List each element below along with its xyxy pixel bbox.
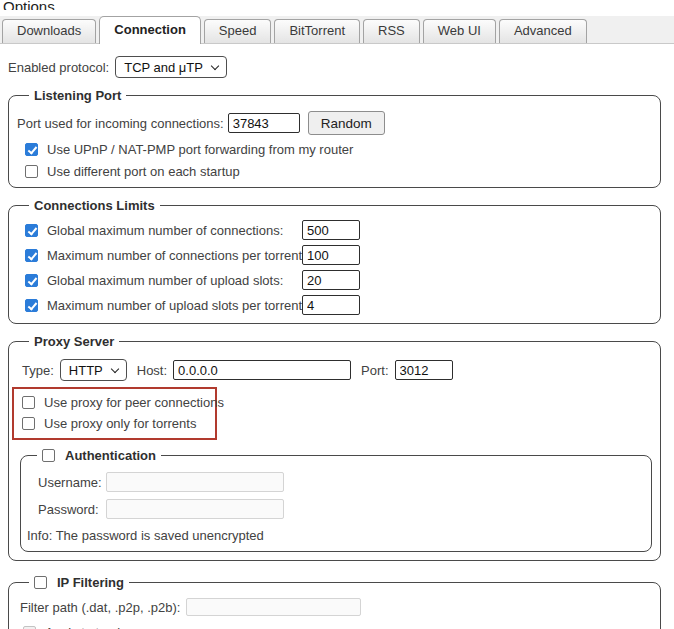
global-max-upload-slots-row: Global maximum number of upload slots: <box>25 270 652 290</box>
filter-path-input <box>186 598 361 616</box>
proxy-port-label: Port: <box>361 363 388 378</box>
filter-path-label: Filter path (.dat, .p2p, .p2b): <box>20 600 180 615</box>
different-port-checkbox[interactable] <box>25 165 38 178</box>
global-max-connections-input[interactable] <box>302 220 360 240</box>
ip-filtering-checkbox[interactable] <box>34 576 47 589</box>
proxy-host-label: Host: <box>137 363 167 378</box>
upnp-checkbox[interactable] <box>25 143 38 156</box>
connections-limits-section: Connections Limits Global maximum number… <box>8 198 661 324</box>
apply-to-trackers-row: Apply to trackers <box>23 625 652 629</box>
max-connections-per-torrent-row: Maximum number of connections per torren… <box>25 245 652 265</box>
incoming-port-label: Port used for incoming connections: <box>17 116 224 131</box>
password-info-text: Info: The password is saved unencrypted <box>27 528 643 543</box>
proxy-type-select[interactable]: HTTP <box>60 359 127 381</box>
proxy-server-section: Proxy Server Type: HTTP Host: Port: Use … <box>8 334 661 561</box>
username-input <box>106 472 284 492</box>
incoming-port-input[interactable] <box>228 113 300 133</box>
max-connections-per-torrent-label: Maximum number of connections per torren… <box>47 248 293 263</box>
incoming-port-row: Port used for incoming connections: Rand… <box>17 111 652 135</box>
tab-advanced[interactable]: Advanced <box>499 19 587 43</box>
ip-filtering-section: IP Filtering Filter path (.dat, .p2p, .p… <box>8 575 661 629</box>
listening-port-section: Listening Port Port used for incoming co… <box>8 88 661 188</box>
upnp-row: Use UPnP / NAT-PMP port forwarding from … <box>25 142 652 157</box>
proxy-only-torrents-checkbox[interactable] <box>22 417 35 430</box>
proxy-server-legend: Proxy Server <box>29 334 119 349</box>
global-max-upload-slots-input[interactable] <box>302 270 360 290</box>
tab-connection[interactable]: Connection <box>99 16 201 44</box>
proxy-type-value: HTTP <box>69 363 103 378</box>
password-input <box>106 499 284 519</box>
max-upload-slots-per-torrent-row: Maximum number of upload slots per torre… <box>25 295 652 315</box>
tab-bittorrent[interactable]: BitTorrent <box>274 19 360 43</box>
proxy-type-label: Type: <box>22 363 54 378</box>
enabled-protocol-row: Enabled protocol: TCP and μTP <box>8 56 666 78</box>
username-row: Username: <box>38 472 643 492</box>
proxy-peer-connections-label: Use proxy for peer connections <box>44 395 224 410</box>
tab-speed[interactable]: Speed <box>204 19 272 43</box>
proxy-only-torrents-row: Use proxy only for torrents <box>22 416 215 431</box>
max-connections-per-torrent-input[interactable] <box>302 245 360 265</box>
proxy-only-torrents-label: Use proxy only for torrents <box>44 416 196 431</box>
max-upload-slots-per-torrent-checkbox[interactable] <box>25 299 38 312</box>
different-port-label: Use different port on each startup <box>47 164 240 179</box>
connection-settings-panel: Enabled protocol: TCP and μTP Listening … <box>0 56 674 629</box>
tab-bar: Downloads Connection Speed BitTorrent RS… <box>0 16 674 44</box>
tab-rss[interactable]: RSS <box>363 19 420 43</box>
proxy-peer-connections-row: Use proxy for peer connections <box>22 395 215 410</box>
authentication-legend: Authentication <box>37 448 161 463</box>
annotation-highlight-box: Use proxy for peer connections Use proxy… <box>12 387 217 440</box>
apply-to-trackers-label: Apply to trackers <box>45 625 142 629</box>
global-max-upload-slots-checkbox[interactable] <box>25 274 38 287</box>
chevron-down-icon <box>211 61 219 69</box>
listening-port-legend: Listening Port <box>29 88 126 103</box>
global-max-connections-checkbox[interactable] <box>25 224 38 237</box>
random-port-button[interactable]: Random <box>308 111 385 135</box>
authentication-section: Authentication Username: Password: Info:… <box>20 448 652 552</box>
max-upload-slots-per-torrent-label: Maximum number of upload slots per torre… <box>47 298 293 313</box>
ip-filtering-legend: IP Filtering <box>29 575 129 590</box>
tab-webui[interactable]: Web UI <box>423 19 496 43</box>
connections-limits-legend: Connections Limits <box>29 198 160 213</box>
proxy-port-input[interactable] <box>395 360 453 380</box>
password-label: Password: <box>38 502 100 517</box>
enabled-protocol-value: TCP and μTP <box>124 60 203 75</box>
max-upload-slots-per-torrent-input[interactable] <box>302 295 360 315</box>
proxy-host-input[interactable] <box>173 360 351 380</box>
different-port-row: Use different port on each startup <box>25 164 652 179</box>
upnp-label: Use UPnP / NAT-PMP port forwarding from … <box>47 142 353 157</box>
authentication-checkbox[interactable] <box>42 449 55 462</box>
window-title-bar: Options <box>0 0 674 10</box>
authentication-legend-label: Authentication <box>65 448 156 463</box>
global-max-connections-row: Global maximum number of connections: <box>25 220 652 240</box>
global-max-upload-slots-label: Global maximum number of upload slots: <box>47 273 293 288</box>
proxy-config-row: Type: HTTP Host: Port: <box>22 359 652 381</box>
tab-downloads[interactable]: Downloads <box>2 19 96 43</box>
filter-path-row: Filter path (.dat, .p2p, .p2b): <box>20 598 652 616</box>
enabled-protocol-select[interactable]: TCP and μTP <box>115 56 227 78</box>
page-title: Options <box>3 0 55 10</box>
ip-filtering-legend-label: IP Filtering <box>57 575 124 590</box>
global-max-connections-label: Global maximum number of connections: <box>47 223 293 238</box>
max-connections-per-torrent-checkbox[interactable] <box>25 249 38 262</box>
password-row: Password: <box>38 499 643 519</box>
enabled-protocol-label: Enabled protocol: <box>8 60 109 75</box>
proxy-peer-connections-checkbox[interactable] <box>22 396 35 409</box>
username-label: Username: <box>38 475 100 490</box>
chevron-down-icon <box>111 364 119 372</box>
